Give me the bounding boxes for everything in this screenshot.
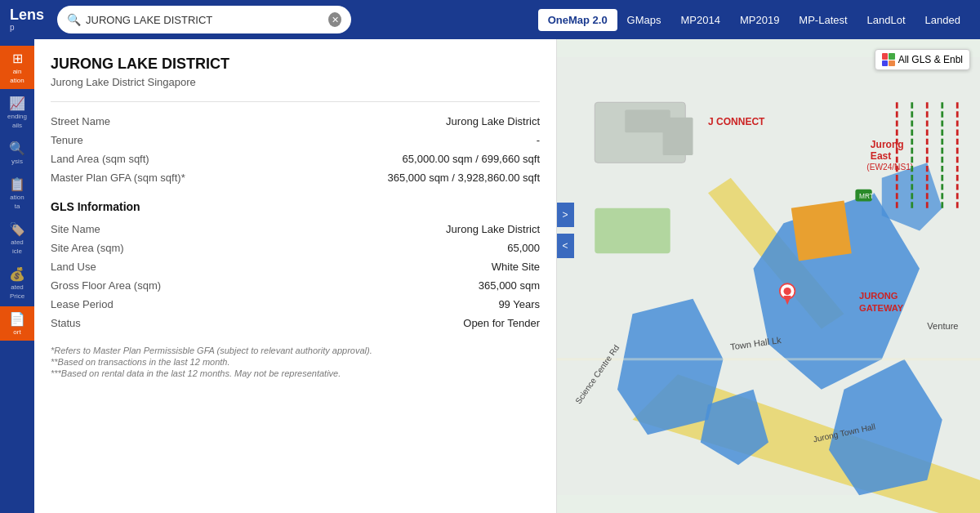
row-street-name: Street Name Jurong Lake District — [51, 112, 540, 131]
clear-search-button[interactable]: ✕ — [328, 12, 341, 27]
gls-section-heading: GLS Information — [51, 200, 540, 213]
footnote-1: *Refers to Master Plan Permissisble GFA … — [51, 346, 540, 355]
row-gfa: Gross Floor Area (sqm) 365,000 sqm — [51, 276, 540, 295]
trends-icon: 📈 — [9, 96, 25, 111]
divider-1 — [51, 101, 540, 102]
search-bar: 🔍 ✕ — [57, 6, 351, 33]
row-master-plan-gfa: Master Plan GFA (sqm sqft)* 365,000 sqm … — [51, 168, 540, 187]
svg-marker-11 — [791, 201, 852, 261]
svg-text:J CONNECT: J CONNECT — [708, 116, 765, 127]
nav-mp2019[interactable]: MP2019 — [730, 9, 789, 31]
layer-icon — [882, 53, 895, 66]
svg-rect-10 — [663, 118, 693, 155]
row-tenure: Tenure - — [51, 131, 540, 149]
info-panel: JURONG LAKE DISTRICT Jurong Lake Distric… — [34, 39, 557, 513]
search-input[interactable] — [86, 14, 323, 26]
sidebar-item-report[interactable]: 📄 ort — [0, 306, 34, 341]
footnote-3: ***Based on rental data in the last 12 m… — [51, 368, 540, 378]
svg-text:Jurong: Jurong — [871, 139, 904, 150]
svg-text:Venture: Venture — [927, 321, 958, 331]
layer-btn-label: All GLS & Enbl — [898, 54, 963, 65]
panel-collapse-button[interactable]: < — [557, 234, 574, 258]
svg-point-15 — [784, 288, 791, 295]
row-site-name: Site Name Jurong Lake District — [51, 220, 540, 239]
svg-text:MRT: MRT — [859, 192, 874, 200]
nav-mp2014[interactable]: MP2014 — [671, 9, 730, 31]
svg-rect-12 — [595, 208, 670, 254]
sidebar-item-analysis[interactable]: 🔍 ysis — [0, 136, 34, 170]
panel-title: JURONG LAKE DISTRICT — [51, 56, 540, 73]
nav-links: OneMap 2.0 GMaps MP2014 MP2019 MP-Latest… — [538, 9, 970, 31]
article-icon: 🏷️ — [9, 221, 25, 237]
svg-text:GATEWAY: GATEWAY — [859, 303, 904, 313]
row-land-use: Land Use White Site — [51, 257, 540, 276]
map-canvas[interactable]: J CONNECT MRT Jurong East (EW24/NS1) JUR… — [557, 39, 980, 513]
svg-text:JURONG: JURONG — [859, 291, 898, 301]
analysis-icon: 🔍 — [9, 141, 25, 156]
nav-onemap[interactable]: OneMap 2.0 — [538, 9, 617, 31]
row-status: Status Open for Tender — [51, 314, 540, 332]
sidebar-item-price[interactable]: 💰 ated Price — [0, 261, 34, 305]
sidebar-item-article[interactable]: 🏷️ ated icle — [0, 216, 34, 260]
main-area: ⊞ ain ation 📈 ending ails 🔍 ysis 📋 ation… — [0, 39, 980, 513]
row-land-area: Land Area (sqm sqft) 65,000.00 sqm / 699… — [51, 149, 540, 168]
top-nav: Lens p 🔍 ✕ OneMap 2.0 GMaps MP2014 MP201… — [0, 0, 980, 39]
footnotes: *Refers to Master Plan Permissisble GFA … — [51, 346, 540, 378]
sidebar-item-data[interactable]: 📋 ation ta — [0, 172, 34, 215]
row-lease-period: Lease Period 99 Years — [51, 295, 540, 314]
footnote-2: **Based on transactions in the last 12 m… — [51, 357, 540, 367]
nav-landed[interactable]: Landed — [915, 9, 970, 31]
nav-landlot[interactable]: LandLot — [858, 9, 915, 31]
sidebar-item-trends[interactable]: 📈 ending ails — [0, 91, 34, 134]
panel-expand-button[interactable]: > — [557, 203, 574, 227]
nav-mp-latest[interactable]: MP-Latest — [789, 9, 857, 31]
map-area: > < All GLS & Enbl — [557, 39, 980, 513]
panel-subtitle: Jurong Lake District Singapore — [51, 76, 540, 88]
basic-info-section: Street Name Jurong Lake District Tenure … — [51, 112, 540, 187]
gls-info-section: Site Name Jurong Lake District Site Area… — [51, 220, 540, 332]
layer-toggle-button[interactable]: All GLS & Enbl — [875, 49, 970, 70]
svg-text:East: East — [871, 150, 891, 162]
brand-logo: Lens p — [10, 7, 44, 33]
home-icon: ⊞ — [12, 51, 23, 66]
row-site-area: Site Area (sqm) 65,000 — [51, 239, 540, 257]
price-icon: 💰 — [9, 266, 25, 282]
report-icon: 📄 — [9, 311, 25, 327]
sidebar-item-main[interactable]: ⊞ ain ation — [0, 46, 34, 89]
sidebar-icons: ⊞ ain ation 📈 ending ails 🔍 ysis 📋 ation… — [0, 39, 34, 513]
nav-gmaps[interactable]: GMaps — [617, 9, 671, 31]
data-icon: 📋 — [9, 176, 25, 192]
svg-text:(EW24/NS1): (EW24/NS1) — [866, 163, 913, 172]
search-icon: 🔍 — [67, 13, 81, 26]
